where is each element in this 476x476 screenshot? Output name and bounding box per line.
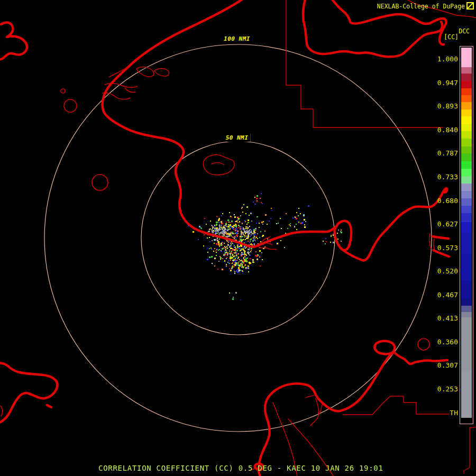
site-attribution: NEXLAB-College of DuPage (377, 3, 465, 10)
colorbar-segment (461, 198, 472, 206)
colorbar-segment (461, 116, 472, 124)
colorbar-segment (461, 81, 472, 88)
colorbar-segment (461, 74, 472, 81)
colorbar-segment (461, 370, 472, 418)
colorbar-tick-label: 0.893 (437, 102, 458, 111)
colorbar-tick-label: 1.000 (437, 55, 458, 63)
colorbar-tick-label: 0.307 (437, 361, 458, 370)
colorbar-segment (461, 147, 472, 153)
colorbar-segment (461, 191, 472, 198)
colorbar-segment (461, 48, 472, 67)
colorbar-segment (461, 213, 472, 222)
colorbar-tick-label: 0.467 (437, 291, 458, 299)
colorbar-tick-label: 0.253 (437, 385, 458, 393)
colorbar-segment (461, 169, 472, 176)
colorbar-segment (461, 317, 472, 370)
colorbar-tick-label: 0.787 (437, 149, 458, 158)
colorbar-segment (461, 299, 472, 306)
colorbar-segment (461, 254, 472, 280)
colorbar-segment (461, 109, 472, 116)
colorbar-tick-label: 0.733 (437, 173, 458, 181)
product-code-label: DCC (459, 28, 470, 35)
radar-display: NEXLAB-College of DuPage DCC [CC] CORREL… (0, 0, 476, 476)
range-ring-label: 50 NMI (224, 134, 251, 142)
text-layer: NEXLAB-College of DuPage DCC [CC] CORREL… (0, 0, 476, 476)
colorbar-segment (461, 88, 472, 95)
colorbar-segment (461, 102, 472, 109)
colorbar-segment (461, 153, 472, 161)
colorbar-segment (461, 131, 472, 139)
colorbar-segment (461, 161, 472, 169)
colorbar-segment (461, 233, 472, 254)
product-caption: CORRELATION COEFFICIENT (CC) 0.5 DEG - K… (98, 464, 383, 472)
product-units-label: [CC] (444, 33, 459, 41)
colorbar-segment (461, 306, 472, 312)
colorbar-segment (461, 206, 472, 213)
colorbar-tick-label: 0.627 (437, 220, 458, 228)
colorbar-segment (461, 312, 472, 317)
colorbar-tick-label: 0.947 (437, 79, 458, 87)
colorbar-segment (461, 139, 472, 147)
colorbar-tick-label: 0.680 (437, 197, 458, 205)
colorbar-tick-label: 0.840 (437, 126, 458, 134)
colorbar-tick-label: TH (450, 409, 458, 417)
colorbar-segment (461, 418, 472, 423)
colorbar-tick-label: 0.520 (437, 267, 458, 276)
colorbar-tick-label: 0.573 (437, 244, 458, 252)
cod-logo-icon (466, 2, 474, 10)
colorbar-segment (461, 67, 472, 74)
colorbar-tick-label: 0.360 (437, 338, 458, 346)
colorbar-segment (461, 184, 472, 191)
colorbar-segment (461, 176, 472, 184)
colorbar (460, 46, 473, 424)
colorbar-tick-label: 0.413 (437, 314, 458, 323)
range-ring-label: 100 NMI (222, 35, 252, 43)
colorbar-segment (461, 222, 472, 233)
colorbar-segment (461, 280, 472, 299)
colorbar-segment (461, 95, 472, 102)
colorbar-segment (461, 124, 472, 131)
